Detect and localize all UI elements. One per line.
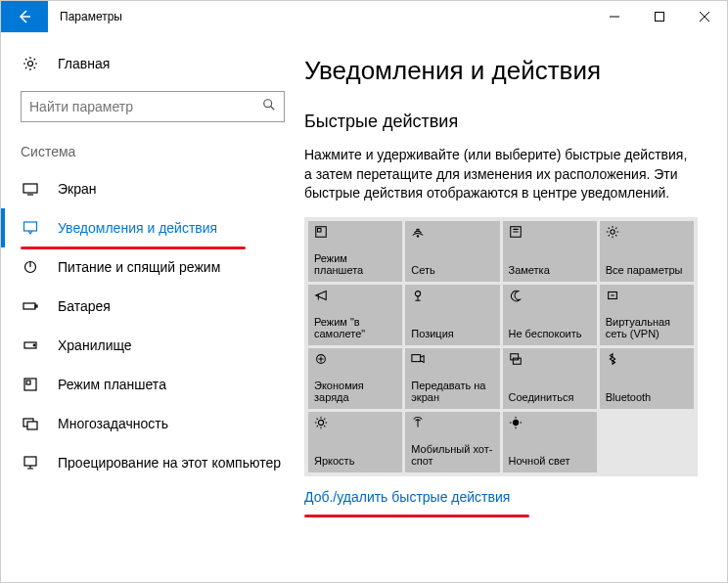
quick-action-tile[interactable]: Режим "в самолете" [308,285,402,345]
tile-label: Режим "в самолете" [314,316,396,339]
svg-rect-24 [510,354,518,360]
sidebar-item-tablet[interactable]: Режим планшета [1,365,304,404]
add-remove-quick-actions-link[interactable]: Доб./удалить быстрые действия [304,489,510,505]
sidebar-item-projecting[interactable]: Проецирование на этот компьютер [1,443,304,482]
tile-label: Передавать на экран [411,380,493,403]
section-title: Быстрые действия [304,112,698,132]
tile-label: Режим планшета [314,252,396,276]
quick-action-tile[interactable]: Яркость [308,412,402,472]
sidebar-item-display[interactable]: Экран [1,169,304,208]
search-input[interactable] [29,99,262,114]
quick-action-tile[interactable]: Все параметры [600,221,694,282]
tile-label: Позиция [411,328,493,339]
svg-rect-11 [26,381,30,384]
svg-point-1 [28,62,33,67]
quick-action-tile[interactable]: Режим планшета [308,221,402,282]
svg-point-19 [611,230,614,234]
tile-icon [314,289,396,304]
sidebar-item-storage[interactable]: Хранилище [1,326,304,365]
tile-label: Соединиться [509,391,591,403]
quick-action-tile[interactable]: Ночной свет [503,412,597,472]
maximize-button[interactable] [637,1,682,32]
tile-label: Ночной свет [509,455,591,467]
projecting-icon [21,455,40,471]
tile-label: Сеть [411,264,493,276]
svg-point-17 [418,235,419,236]
tile-icon [314,352,396,368]
sidebar-home-label: Главная [58,56,110,71]
svg-rect-3 [23,184,37,193]
titlebar-spacer [122,1,592,32]
tile-label: Bluetooth [606,391,688,403]
quick-action-tile[interactable]: Виртуальная сеть (VPN) [600,285,694,345]
tile-icon [509,289,591,304]
tile-icon [411,225,493,241]
sidebar-item-label: Проецирование на этот компьютер [58,455,281,471]
svg-point-2 [264,100,272,108]
svg-rect-14 [24,457,36,466]
sidebar-item-power[interactable]: Питание и спящий режим [1,247,304,287]
main-panel: Уведомления и действия Быстрые действия … [304,32,727,582]
svg-rect-13 [27,422,37,429]
tile-label: Заметка [509,264,591,276]
quick-actions-panel: Режим планшетаСетьЗаметкаВсе параметрыРе… [304,217,698,476]
tile-icon [411,352,493,368]
search-icon [262,98,276,115]
tablet-icon [21,377,40,392]
quick-action-tile[interactable]: Не беспокоить [503,285,597,345]
titlebar: Параметры [1,1,727,32]
svg-point-9 [33,344,35,346]
tile-icon [606,289,688,304]
svg-rect-4 [24,222,37,231]
tile-icon [411,289,493,304]
svg-rect-25 [513,358,521,364]
sidebar-item-label: Уведомления и действия [58,220,217,236]
quick-action-tile[interactable]: Передавать на экран [405,348,499,409]
sidebar-item-label: Экран [58,181,97,197]
sidebar-item-multitask[interactable]: Многозадачность [1,404,304,443]
sidebar-home[interactable]: Главная [1,50,304,77]
tile-label: Все параметры [606,264,688,276]
display-icon [21,181,40,197]
quick-action-tile[interactable]: Сеть [405,221,499,282]
tile-label: Яркость [314,455,396,467]
svg-rect-0 [656,13,664,22]
sidebar-item-label: Многозадачность [58,416,168,431]
section-description: Нажмите и удерживайте (или выберите) быс… [304,146,698,203]
svg-point-26 [318,420,323,425]
quick-action-tile[interactable]: Заметка [503,221,597,282]
tile-icon [606,225,688,241]
battery-icon [21,298,40,314]
sidebar: Главная Система Экран Уведомления и дейс… [1,32,304,582]
svg-point-20 [416,291,421,295]
notifications-icon [21,220,40,236]
svg-rect-16 [318,228,322,232]
quick-action-tile[interactable]: Экономия заряда [308,348,402,409]
tile-icon [606,352,688,368]
quick-action-tile[interactable]: Bluetooth [600,348,694,409]
tile-icon [314,416,396,431]
svg-point-27 [513,420,518,425]
annotation-underline [304,515,529,517]
sidebar-item-notifications[interactable]: Уведомления и действия [1,208,304,247]
search-input-wrapper[interactable] [21,91,285,122]
storage-icon [21,337,40,353]
svg-rect-7 [35,305,37,307]
tile-label: Не беспокоить [509,328,591,339]
tile-icon [509,352,591,368]
page-title: Уведомления и действия [304,56,698,86]
sidebar-item-label: Режим планшета [58,377,166,392]
quick-action-tile[interactable]: Мобильный хот-спот [405,412,499,472]
back-button[interactable] [1,1,48,32]
svg-rect-6 [23,303,35,309]
close-button[interactable] [682,1,727,32]
svg-rect-23 [412,354,421,361]
quick-action-tile[interactable]: Позиция [405,285,499,345]
tile-icon [314,225,396,241]
tile-label: Экономия заряда [314,380,396,403]
sidebar-item-battery[interactable]: Батарея [1,287,304,326]
gear-icon [21,56,40,71]
tile-icon [411,416,493,431]
minimize-button[interactable] [592,1,637,32]
quick-action-tile[interactable]: Соединиться [503,348,597,409]
